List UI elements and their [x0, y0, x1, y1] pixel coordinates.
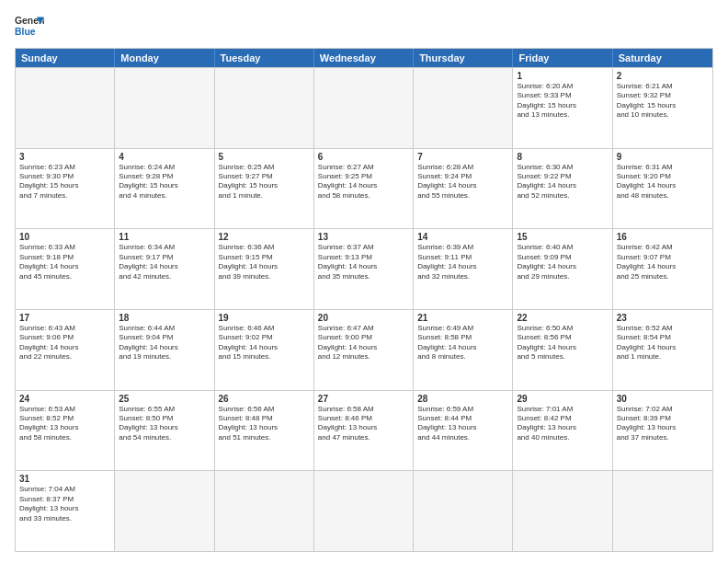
day-number: 1 [517, 71, 608, 81]
calendar-cell [513, 471, 612, 551]
day-info: Sunrise: 6:56 AM Sunset: 8:48 PM Dayligh… [219, 405, 310, 443]
day-number: 12 [219, 232, 310, 242]
day-number: 9 [617, 152, 709, 162]
calendar-cell [414, 68, 513, 148]
day-number: 19 [219, 313, 310, 323]
day-number: 23 [617, 313, 709, 323]
calendar-cell: 27Sunrise: 6:58 AM Sunset: 8:46 PM Dayli… [314, 391, 414, 471]
day-number: 21 [417, 313, 508, 323]
calendar-cell: 7Sunrise: 6:28 AM Sunset: 9:24 PM Daylig… [414, 149, 513, 229]
calendar-row-2: 10Sunrise: 6:33 AM Sunset: 9:18 PM Dayli… [16, 228, 712, 309]
logo: General Blue [15, 11, 44, 40]
calendar-cell: 26Sunrise: 6:56 AM Sunset: 8:48 PM Dayli… [215, 391, 314, 471]
calendar-row-3: 17Sunrise: 6:43 AM Sunset: 9:06 PM Dayli… [16, 309, 712, 390]
calendar-row-4: 24Sunrise: 6:53 AM Sunset: 8:52 PM Dayli… [16, 390, 712, 471]
day-info: Sunrise: 6:46 AM Sunset: 9:02 PM Dayligh… [219, 324, 310, 362]
day-info: Sunrise: 6:40 AM Sunset: 9:09 PM Dayligh… [517, 243, 608, 282]
calendar-cell [215, 68, 314, 148]
day-number: 7 [417, 152, 508, 162]
calendar-cell: 20Sunrise: 6:47 AM Sunset: 9:00 PM Dayli… [314, 310, 414, 390]
calendar-cell: 12Sunrise: 6:36 AM Sunset: 9:15 PM Dayli… [215, 229, 314, 309]
day-number: 5 [219, 152, 310, 162]
header-day-friday: Friday [513, 49, 612, 67]
header-day-tuesday: Tuesday [215, 49, 314, 67]
calendar-cell: 3Sunrise: 6:23 AM Sunset: 9:30 PM Daylig… [16, 149, 115, 229]
day-number: 17 [19, 313, 110, 323]
day-number: 27 [318, 394, 409, 404]
calendar-cell: 17Sunrise: 6:43 AM Sunset: 9:06 PM Dayli… [16, 310, 115, 390]
day-info: Sunrise: 6:44 AM Sunset: 9:04 PM Dayligh… [119, 324, 210, 362]
day-info: Sunrise: 6:50 AM Sunset: 8:56 PM Dayligh… [517, 324, 608, 362]
day-info: Sunrise: 6:37 AM Sunset: 9:13 PM Dayligh… [318, 243, 409, 282]
day-info: Sunrise: 6:34 AM Sunset: 9:17 PM Dayligh… [119, 243, 210, 282]
day-number: 29 [517, 394, 608, 404]
calendar-cell: 8Sunrise: 6:30 AM Sunset: 9:22 PM Daylig… [513, 149, 612, 229]
calendar-cell: 14Sunrise: 6:39 AM Sunset: 9:11 PM Dayli… [414, 229, 513, 309]
header-day-sunday: Sunday [16, 49, 115, 67]
calendar-cell: 31Sunrise: 7:04 AM Sunset: 8:37 PM Dayli… [16, 471, 115, 551]
calendar-cell: 21Sunrise: 6:49 AM Sunset: 8:58 PM Dayli… [414, 310, 513, 390]
day-number: 22 [517, 313, 608, 323]
day-number: 8 [517, 152, 608, 162]
logo-icon: General Blue [15, 11, 44, 40]
calendar-cell: 6Sunrise: 6:27 AM Sunset: 9:25 PM Daylig… [314, 149, 414, 229]
header-day-monday: Monday [115, 49, 214, 67]
calendar-row-5: 31Sunrise: 7:04 AM Sunset: 8:37 PM Dayli… [16, 470, 712, 551]
day-info: Sunrise: 6:28 AM Sunset: 9:24 PM Dayligh… [417, 163, 508, 201]
calendar-cell: 10Sunrise: 6:33 AM Sunset: 9:18 PM Dayli… [16, 229, 115, 309]
day-info: Sunrise: 6:59 AM Sunset: 8:44 PM Dayligh… [417, 405, 508, 443]
calendar-row-0: 1Sunrise: 6:20 AM Sunset: 9:33 PM Daylig… [16, 67, 712, 148]
calendar-body: 1Sunrise: 6:20 AM Sunset: 9:33 PM Daylig… [16, 67, 712, 551]
calendar-cell: 16Sunrise: 6:42 AM Sunset: 9:07 PM Dayli… [613, 229, 712, 309]
calendar-cell: 29Sunrise: 7:01 AM Sunset: 8:42 PM Dayli… [513, 391, 612, 471]
calendar-cell: 11Sunrise: 6:34 AM Sunset: 9:17 PM Dayli… [115, 229, 214, 309]
calendar: SundayMondayTuesdayWednesdayThursdayFrid… [15, 48, 713, 552]
day-info: Sunrise: 6:53 AM Sunset: 8:52 PM Dayligh… [19, 405, 110, 443]
day-number: 20 [318, 313, 409, 323]
calendar-cell: 23Sunrise: 6:52 AM Sunset: 8:54 PM Dayli… [613, 310, 712, 390]
calendar-header: SundayMondayTuesdayWednesdayThursdayFrid… [16, 49, 712, 67]
day-number: 31 [19, 474, 110, 484]
calendar-cell [314, 68, 414, 148]
day-info: Sunrise: 6:33 AM Sunset: 9:18 PM Dayligh… [19, 243, 110, 282]
day-number: 3 [19, 152, 110, 162]
header-day-wednesday: Wednesday [314, 49, 414, 67]
header-day-saturday: Saturday [613, 49, 712, 67]
day-info: Sunrise: 6:42 AM Sunset: 9:07 PM Dayligh… [617, 243, 709, 282]
day-number: 16 [617, 232, 709, 242]
calendar-cell [115, 68, 214, 148]
day-info: Sunrise: 6:55 AM Sunset: 8:50 PM Dayligh… [119, 405, 210, 443]
day-info: Sunrise: 6:52 AM Sunset: 8:54 PM Dayligh… [617, 324, 709, 362]
day-number: 28 [417, 394, 508, 404]
day-number: 6 [318, 152, 409, 162]
calendar-cell: 5Sunrise: 6:25 AM Sunset: 9:27 PM Daylig… [215, 149, 314, 229]
day-number: 2 [617, 71, 709, 81]
calendar-cell: 19Sunrise: 6:46 AM Sunset: 9:02 PM Dayli… [215, 310, 314, 390]
calendar-cell: 9Sunrise: 6:31 AM Sunset: 9:20 PM Daylig… [613, 149, 712, 229]
day-info: Sunrise: 6:23 AM Sunset: 9:30 PM Dayligh… [19, 163, 110, 201]
day-number: 11 [119, 232, 210, 242]
day-info: Sunrise: 6:58 AM Sunset: 8:46 PM Dayligh… [318, 405, 409, 443]
calendar-cell: 13Sunrise: 6:37 AM Sunset: 9:13 PM Dayli… [314, 229, 414, 309]
day-info: Sunrise: 6:36 AM Sunset: 9:15 PM Dayligh… [219, 243, 310, 282]
day-info: Sunrise: 7:01 AM Sunset: 8:42 PM Dayligh… [517, 405, 608, 443]
day-number: 13 [318, 232, 409, 242]
calendar-cell [414, 471, 513, 551]
day-number: 14 [417, 232, 508, 242]
calendar-row-1: 3Sunrise: 6:23 AM Sunset: 9:30 PM Daylig… [16, 148, 712, 229]
day-info: Sunrise: 6:49 AM Sunset: 8:58 PM Dayligh… [417, 324, 508, 362]
calendar-cell: 24Sunrise: 6:53 AM Sunset: 8:52 PM Dayli… [16, 391, 115, 471]
calendar-cell: 25Sunrise: 6:55 AM Sunset: 8:50 PM Dayli… [115, 391, 214, 471]
day-info: Sunrise: 6:39 AM Sunset: 9:11 PM Dayligh… [417, 243, 508, 282]
day-info: Sunrise: 7:04 AM Sunset: 8:37 PM Dayligh… [19, 485, 110, 523]
calendar-cell: 1Sunrise: 6:20 AM Sunset: 9:33 PM Daylig… [513, 68, 612, 148]
day-info: Sunrise: 6:30 AM Sunset: 9:22 PM Dayligh… [517, 163, 608, 201]
page-header: General Blue [15, 11, 713, 40]
calendar-cell: 18Sunrise: 6:44 AM Sunset: 9:04 PM Dayli… [115, 310, 214, 390]
calendar-cell: 30Sunrise: 7:02 AM Sunset: 8:39 PM Dayli… [613, 391, 712, 471]
calendar-cell [215, 471, 314, 551]
day-info: Sunrise: 6:24 AM Sunset: 9:28 PM Dayligh… [119, 163, 210, 201]
day-info: Sunrise: 6:27 AM Sunset: 9:25 PM Dayligh… [318, 163, 409, 201]
day-info: Sunrise: 6:20 AM Sunset: 9:33 PM Dayligh… [517, 82, 608, 121]
day-number: 15 [517, 232, 608, 242]
